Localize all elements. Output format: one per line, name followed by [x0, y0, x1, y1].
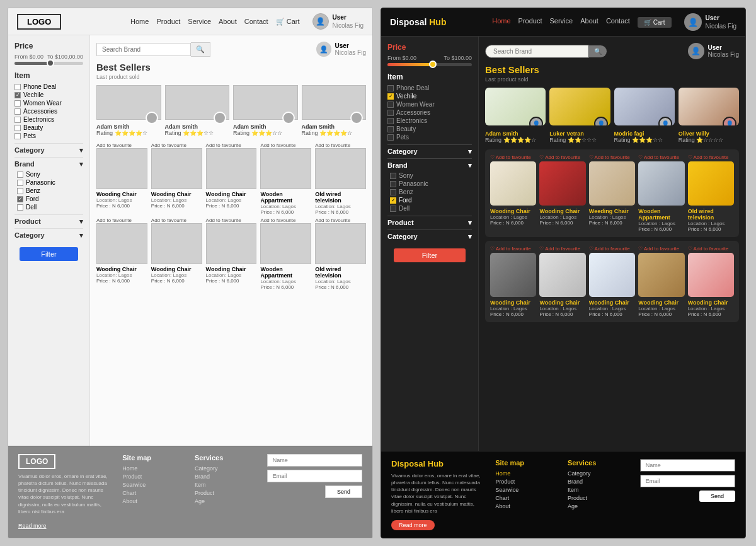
nav-link-home[interactable]: Home — [130, 18, 149, 26]
right-nav-service[interactable]: Service — [549, 17, 573, 28]
right-check-electronics[interactable]: Electronics — [387, 117, 472, 124]
left-brand-dell[interactable]: Dell — [14, 204, 83, 211]
left-search-input[interactable] — [96, 43, 191, 56]
right-nav-product[interactable]: Product — [518, 17, 542, 28]
right-brand-benz[interactable]: Benz — [387, 189, 472, 195]
right-brand-sony[interactable]: Sony — [387, 172, 472, 179]
left-checkbox-women[interactable]: Women Wear — [14, 100, 83, 107]
right-category-header[interactable]: Category ▾ — [387, 144, 472, 158]
right-service-age[interactable]: Age — [568, 503, 631, 509]
left-sitemap-home[interactable]: Home — [122, 465, 186, 472]
right-read-more-button[interactable]: Read more — [391, 520, 435, 530]
right-seller-2: 👤 Modric fagi Rating ⭐⭐⭐☆☆ — [614, 88, 675, 143]
right-sitemap-product[interactable]: Product — [495, 479, 559, 485]
right-brand-panasonic[interactable]: Panasonic — [387, 180, 472, 187]
right-brand-header[interactable]: Brand ▾ — [387, 158, 472, 172]
left-category-header[interactable]: Category ▾ — [14, 143, 83, 157]
nav-link-service[interactable]: Service — [188, 18, 211, 26]
left-product-card-2: Add to favourite Wooding Chair Location:… — [206, 142, 257, 215]
left-brand-ford[interactable]: ✓ Ford — [14, 195, 83, 202]
right-check-accessories[interactable]: Accessories — [387, 109, 472, 116]
right-products-row1: ♡ Add to favourite Wooding Chair Locatio… — [485, 149, 739, 237]
right-price-slider[interactable] — [387, 63, 472, 66]
left-footer-send-button[interactable]: Send — [325, 485, 362, 498]
left-sitemap-product[interactable]: Product — [122, 473, 186, 480]
right-filter-button[interactable]: Filter — [394, 248, 466, 262]
right-service-product[interactable]: Product — [568, 495, 631, 501]
right-seller-0: 👤 Adam Smith Rating ⭐⭐⭐⭐☆ — [485, 88, 546, 143]
left-user-info: 👤 User Nicolas Fig — [312, 13, 364, 30]
right-nav-cart[interactable]: 🛒 Cart — [638, 17, 672, 28]
nav-link-product[interactable]: Product — [156, 18, 180, 26]
right-search-input[interactable] — [485, 45, 589, 58]
right-sitemap-about[interactable]: About — [495, 503, 559, 509]
left-footer-email-input[interactable] — [267, 470, 362, 482]
nav-link-about[interactable]: About — [219, 18, 237, 26]
right-search-button[interactable]: 🔍 — [589, 45, 607, 57]
left-footer-name-input[interactable] — [267, 454, 362, 467]
nav-cart[interactable]: 🛒 Cart — [276, 18, 300, 26]
left-brand-benz[interactable]: Benz — [14, 187, 83, 194]
right-products-row2: ♡ Add to favourite Wooding Chair Locatio… — [485, 241, 739, 322]
left-checkbox-pets[interactable]: Pets — [14, 132, 83, 139]
right-category2-header[interactable]: Category ▾ — [387, 229, 472, 243]
right-user-name: User — [706, 14, 736, 22]
right-footer-services: Services Category Brand Item Product Age — [568, 459, 631, 530]
right-check-phone[interactable]: Phone Deal — [387, 84, 472, 91]
left-product-header[interactable]: Product ▾ — [14, 214, 83, 228]
left-brand-header[interactable]: Brand ▾ — [14, 157, 83, 171]
left-sitemap-chart[interactable]: Chart — [122, 490, 186, 496]
left-checkbox-vehicle[interactable]: ✓ Vechile — [14, 91, 83, 98]
right-check-pets[interactable]: Pets — [387, 134, 472, 141]
left-price-slider[interactable] — [14, 62, 83, 65]
left-service-item[interactable]: Item — [195, 482, 258, 488]
right-sitemap-service[interactable]: Searwice — [495, 487, 559, 493]
left-category2-header[interactable]: Category ▾ — [14, 228, 83, 242]
right-sitemap-chart[interactable]: Chart — [495, 495, 559, 501]
right-check-women[interactable]: Women Wear — [387, 101, 472, 108]
left-product-card-9: Add to favourite Old wired television Lo… — [315, 218, 366, 290]
right-product-header[interactable]: Product ▾ — [387, 216, 472, 229]
left-filter-button[interactable]: Filter — [20, 247, 78, 261]
right-service-item[interactable]: Item — [568, 487, 631, 493]
right-footer-name-input[interactable] — [640, 459, 735, 472]
right-check-vehicle[interactable]: ✓ Vechile — [387, 93, 472, 100]
left-sitemap-about[interactable]: About — [122, 498, 186, 504]
left-service-category[interactable]: Category — [195, 465, 258, 472]
left-checkbox-electronics[interactable]: Electronics — [14, 116, 83, 123]
right-seller-1: 👤 Luker Vetran Rating ⭐⭐☆☆☆ — [549, 88, 610, 143]
left-search-button[interactable]: 🔍 — [191, 42, 210, 57]
left-product-card-5: Add to favourite Wooding Chair Location:… — [96, 218, 147, 290]
left-checkbox-phone[interactable]: Phone Deal — [14, 83, 83, 90]
right-nav-home[interactable]: Home — [492, 17, 510, 28]
right-nav-contact[interactable]: Contact — [606, 17, 630, 28]
left-checkbox-accessories[interactable]: Accessories — [14, 108, 83, 115]
right-service-category[interactable]: Category — [568, 470, 631, 477]
left-read-more-button[interactable]: Read more — [18, 523, 47, 529]
left-brand-sony[interactable]: Sony — [14, 171, 83, 178]
left-seller-card-3: Adam Smith Rating ⭐⭐⭐⭐☆ — [302, 85, 367, 136]
left-service-product[interactable]: Product — [195, 490, 258, 496]
right-footer-email-input[interactable] — [640, 475, 735, 487]
right-nav-about[interactable]: About — [580, 17, 598, 28]
right-sitemap-home[interactable]: Home — [495, 470, 559, 477]
left-navbar: LOGO Home Product Service About Contact … — [8, 8, 372, 35]
right-logo: Disposal Hub — [390, 17, 446, 27]
left-checkbox-beauty[interactable]: Beauty — [14, 124, 83, 131]
right-service-brand[interactable]: Brand — [568, 479, 631, 485]
right-check-beauty[interactable]: Beauty — [387, 125, 472, 132]
left-panel: LOGO Home Product Service About Contact … — [8, 8, 373, 538]
left-sidebar: Price From $0.00 To $100,00.00 Item Phon… — [8, 35, 90, 446]
right-footer-desc: Vivamus dolor eros, ornare in erat vitae… — [391, 472, 486, 514]
right-product-6: ♡ Add to favourite Wooding Chair Locatio… — [539, 246, 585, 317]
right-footer-send-button[interactable]: Send — [699, 491, 735, 502]
nav-link-contact[interactable]: Contact — [244, 18, 268, 26]
left-service-brand[interactable]: Brand — [195, 473, 258, 480]
left-service-age[interactable]: Age — [195, 498, 258, 504]
left-footer: LOGO Vivamus dolor eros, ornare in erat … — [8, 446, 372, 538]
right-brand-dell[interactable]: Dell — [387, 205, 472, 212]
right-main-content: 🔍 👤 User Nicolas Fig Best Sellers Last p — [479, 37, 745, 451]
right-brand-ford[interactable]: ✓ Ford — [387, 197, 472, 204]
left-sitemap-service[interactable]: Searwice — [122, 482, 186, 488]
left-brand-panasonic[interactable]: Panasonic — [14, 179, 83, 186]
